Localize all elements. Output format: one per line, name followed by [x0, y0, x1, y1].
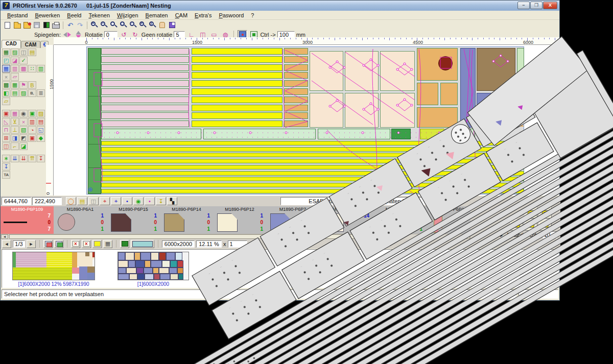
tool-icon-10-2[interactable]: ◩	[19, 134, 28, 142]
plate-save-icon[interactable]: ◫	[88, 197, 99, 205]
tool-icon-12-4[interactable]: ↧	[37, 155, 45, 162]
tool-icon-0-2[interactable]: ◫	[19, 48, 28, 56]
tool-icon-5-2[interactable]: ▨	[19, 89, 28, 97]
print-icon[interactable]	[51, 20, 61, 30]
tool-icon-0-0[interactable]: ▦	[2, 48, 10, 56]
zoom-selection-icon[interactable]: ◦	[128, 20, 138, 30]
tool-icon-9-4[interactable]: ◱	[37, 126, 45, 134]
tool-icon-9-1[interactable]: ⊥	[11, 126, 19, 134]
tool-icon-7-1[interactable]: ▦	[11, 110, 19, 117]
zoom-sheet-icon[interactable]: 1	[148, 20, 157, 30]
zoom-extents-icon[interactable]: =	[138, 20, 148, 30]
drop-part-icon[interactable]: ↧	[156, 197, 166, 205]
plate-color-swatch[interactable]	[131, 240, 154, 248]
tool-icon-12-3[interactable]: ⇈	[28, 155, 36, 162]
tool-icon-14-0[interactable]: TA	[2, 171, 10, 179]
tool-icon-10-3[interactable]: ▣	[28, 134, 36, 142]
tool-icon-2-2[interactable]: ▩	[19, 65, 28, 72]
tool-icon-8-2[interactable]: ×	[19, 118, 28, 126]
tool-icon-4-1[interactable]: ▦	[11, 81, 19, 89]
menu-bestand[interactable]: Bestand	[4, 12, 31, 19]
part-item-m1890-p6p14[interactable]: M1890-P6P14101	[160, 206, 213, 234]
menu-bewerken[interactable]: Bewerken	[31, 12, 63, 19]
tool-icon-4-3[interactable]: B	[28, 81, 36, 89]
tool-icon-4-2[interactable]: ⚑	[19, 81, 28, 89]
menu-wijzigen[interactable]: Wijzigen	[113, 12, 142, 19]
tool-icon-2-4[interactable]: ▥	[37, 65, 45, 72]
tool-icon-5-0[interactable]: ◧	[2, 89, 10, 97]
new-sheet-icon[interactable]	[92, 240, 102, 248]
tool-icon-5-4[interactable]: ≣	[37, 89, 45, 97]
tool-icon-0-1[interactable]: ▨	[11, 48, 19, 56]
tool-icon-2-0[interactable]: ▦	[2, 65, 10, 72]
tab-cad[interactable]: CAD	[2, 40, 21, 48]
tool-icon-2-3[interactable]: ∷	[28, 65, 36, 72]
zoom-area-icon[interactable]	[167, 20, 177, 30]
tool-icon-13-0[interactable]: ↧	[2, 163, 10, 171]
tab-cam[interactable]: CAM	[21, 41, 41, 48]
tool-icon-12-1[interactable]: ⇊	[11, 155, 19, 162]
scroll-left-icon[interactable]: ◄	[1, 234, 8, 239]
tool-icon-11-2[interactable]: ◪	[19, 142, 28, 150]
redo-icon[interactable]: ↷	[75, 20, 85, 30]
tool-icon-4-0[interactable]: ▩	[2, 81, 10, 89]
menu-bematen[interactable]: Bematen	[142, 12, 172, 19]
maximize-button[interactable]: ❐	[530, 2, 543, 9]
part-item-m1890-p6p109[interactable]: M1890-P6P109707	[1, 206, 54, 234]
menu-q[interactable]: ?	[247, 12, 257, 19]
title-bar[interactable]: 7 PROfirst Versie 9.0.2670 01-jul-15 [Zo…	[1, 1, 559, 11]
tool-icon-7-3[interactable]: ▣	[28, 110, 36, 117]
tool-icon-11-1[interactable]: ⌐	[11, 142, 19, 150]
open-file-icon[interactable]	[12, 20, 22, 30]
open-recent-icon[interactable]	[22, 20, 32, 30]
renest-all-icon[interactable]	[54, 240, 63, 248]
tool-icon-11-0[interactable]: ◫	[2, 142, 10, 150]
tool-icon-2-1[interactable]: ▥	[11, 65, 19, 72]
zoom-previous-icon[interactable]	[109, 20, 119, 30]
tool-icon-10-1[interactable]: ◨	[11, 134, 19, 142]
tool-icon-3-1[interactable]: ▱	[11, 73, 19, 81]
minimize-button[interactable]: −	[517, 2, 530, 9]
tool-icon-12-2[interactable]: ⇊	[19, 155, 28, 162]
grid-icon[interactable]: ▦	[103, 240, 112, 248]
close-button[interactable]: X	[543, 2, 557, 9]
tool-icon-12-0[interactable]: ∗	[2, 155, 10, 162]
checker-icon[interactable]: ▚	[167, 197, 177, 205]
tool-icon-8-0[interactable]: ◺	[2, 118, 10, 126]
menu-beeld[interactable]: Beeld	[63, 12, 85, 19]
tool-icon-8-1[interactable]: ⊻	[11, 118, 19, 126]
menu-extra-s[interactable]: Extra's	[191, 12, 215, 19]
tool-icon-9-2[interactable]: ▧	[19, 126, 28, 134]
tool-icon-5-3[interactable]: B,	[28, 89, 36, 97]
menu-cam[interactable]: CAM	[172, 12, 191, 19]
tool-icon-9-0[interactable]: ⊓	[2, 126, 10, 134]
zoom-window-icon[interactable]: □	[119, 20, 128, 30]
tool-icon-10-0[interactable]: ⊞	[2, 134, 10, 142]
node-magenta-icon[interactable]: •	[145, 197, 155, 205]
tool-icon-0-3[interactable]: ▤	[28, 48, 36, 56]
renest-sheet-icon[interactable]	[43, 240, 53, 248]
pick-red-icon[interactable]: ⌖	[100, 197, 110, 205]
tool-icon-6-0[interactable]: ▱	[2, 98, 10, 105]
sheet-thumbnail-2[interactable]	[117, 252, 189, 280]
delete-sheet-icon[interactable]: ×	[82, 240, 91, 248]
save-icon[interactable]	[32, 20, 41, 30]
part-item-m1890-p6a1[interactable]: M1890-P6A1101	[54, 206, 107, 234]
last-sheet-icon[interactable]: ►	[27, 240, 36, 248]
menu-tekenen[interactable]: Tekenen	[85, 12, 113, 19]
contour-select-icon[interactable]: ◯	[66, 197, 76, 205]
tool-icon-1-0[interactable]: ◰	[2, 57, 10, 64]
tool-icon-1-1[interactable]: ◪	[11, 57, 19, 64]
part-item-m1890-p6p12[interactable]: M1890-P6P12101	[213, 206, 266, 234]
new-file-icon[interactable]	[3, 20, 12, 30]
sheet-thumbnail-1[interactable]	[12, 252, 95, 280]
node-green-icon[interactable]: ◉	[133, 197, 144, 205]
tool-icon-3-0[interactable]: ×	[2, 73, 10, 81]
pan-hand-icon[interactable]	[157, 20, 167, 30]
tool-icon-5-1[interactable]: ▤	[11, 89, 19, 97]
tool-icon-7-4[interactable]: ▨	[37, 110, 45, 117]
node-blue-icon[interactable]: •	[122, 197, 132, 205]
undo-icon[interactable]: ↶	[65, 20, 75, 30]
plate-open-icon[interactable]: ▤	[77, 197, 87, 205]
tool-icon-9-3[interactable]: ◔	[28, 126, 36, 134]
